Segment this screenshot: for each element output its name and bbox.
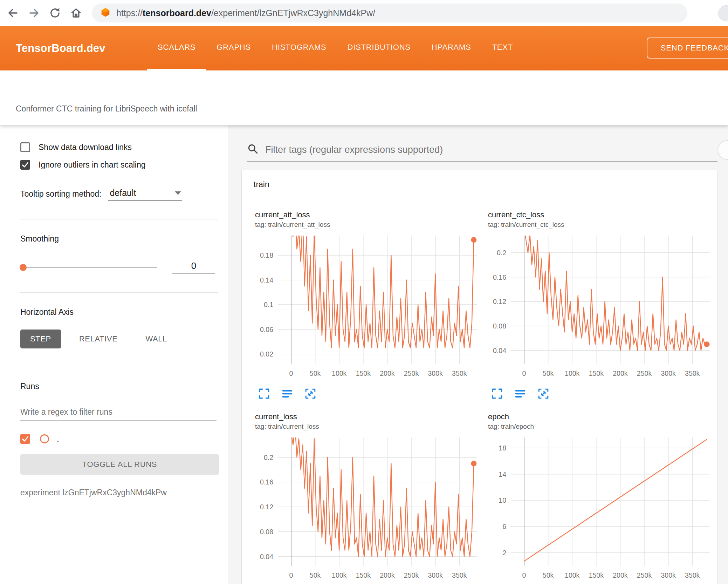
forward-icon[interactable] [26,5,42,21]
chart-current-loss: current_loss tag: train/current_loss 050… [250,412,483,584]
run-name: . [57,434,59,444]
smoothing-value-field[interactable]: 0 [172,260,215,274]
tab-histograms[interactable]: HISTOGRAMS [261,26,337,70]
site-favicon-icon [100,7,111,19]
tab-distributions[interactable]: DISTRIBUTIONS [337,26,421,70]
chart-title: current_loss [250,412,483,421]
run-color-swatch [40,434,49,443]
reload-icon[interactable] [47,5,63,21]
horizontal-axis-buttons: STEP RELATIVE WALL [20,330,218,348]
send-feedback-button[interactable]: SEND FEEDBACK [647,38,728,59]
nav-tabs: SCALARS GRAPHS HISTOGRAMS DISTRIBUTIONS … [147,26,523,70]
chart-tag: tag: train/current_loss [250,423,483,430]
checkbox-unchecked[interactable] [20,142,30,152]
svg-text:0.2: 0.2 [497,249,506,257]
runs-filter-input[interactable] [20,405,217,421]
chart-plot[interactable]: 050k100k150k200k250k300k350k18141062 [483,433,714,584]
svg-text:200k: 200k [380,369,395,377]
svg-text:300k: 300k [428,571,443,579]
divider [20,219,218,219]
chart-plot[interactable]: 050k100k150k200k250k300k350k0.20.160.120… [483,231,714,382]
chart-current-att-loss: current_att_loss tag: train/current_att_… [250,210,483,402]
log-scale-icon[interactable] [514,387,527,400]
svg-text:300k: 300k [428,369,443,377]
home-icon[interactable] [68,5,84,21]
chart-title: epoch [483,412,716,421]
section-header-train[interactable]: train [242,170,717,199]
svg-text:0: 0 [289,369,293,377]
svg-text:0.04: 0.04 [260,553,273,561]
svg-text:10: 10 [499,496,506,504]
axis-step-button[interactable]: STEP [20,330,61,348]
url-host: tensorboard.dev [143,8,211,18]
app-header: TensorBoard.dev SCALARS GRAPHS HISTOGRAM… [0,26,728,70]
svg-text:50k: 50k [543,369,554,377]
fit-domain-icon[interactable] [304,387,317,400]
svg-text:350k: 350k [452,369,467,377]
divider [20,292,218,293]
chart-title: current_att_loss [250,210,483,219]
ignore-outliers-checkbox[interactable]: Ignore outliers in chart scaling [20,160,218,170]
svg-text:100k: 100k [332,369,347,377]
checkbox-label: Ignore outliers in chart scaling [39,160,146,170]
tab-scalars[interactable]: SCALARS [147,26,206,70]
checkbox-checked[interactable] [20,160,30,170]
runs-label: Runs [20,382,218,391]
svg-text:200k: 200k [613,369,628,377]
chart-toolbar [258,386,483,402]
fullscreen-icon[interactable] [491,387,503,400]
run-checkbox[interactable] [20,434,30,444]
chart-epoch: epoch tag: train/epoch 050k100k150k200k2… [483,412,716,584]
svg-text:350k: 350k [685,571,700,579]
dropdown-value: default [110,188,136,198]
svg-text:0.16: 0.16 [260,478,273,486]
log-scale-icon[interactable] [281,387,294,400]
chart-plot[interactable]: 050k100k150k200k250k300k350k0.20.160.120… [250,433,481,584]
svg-text:250k: 250k [637,571,652,579]
check-icon [21,435,29,443]
axis-wall-button[interactable]: WALL [136,330,177,348]
show-download-links-checkbox[interactable]: Show data download links [20,142,218,152]
svg-text:0.08: 0.08 [260,528,273,536]
charts-grid: current_att_loss tag: train/current_att_… [242,199,717,584]
tag-filter-input[interactable] [265,144,717,155]
svg-text:0.14: 0.14 [260,276,273,284]
back-icon[interactable] [5,5,21,21]
axis-relative-button[interactable]: RELATIVE [69,330,128,348]
address-bar[interactable]: https://tensorboard.dev/experiment/lzGnE… [92,4,687,22]
tab-text[interactable]: TEXT [482,26,523,70]
svg-text:6: 6 [502,523,506,530]
slider-thumb[interactable] [20,264,27,271]
browser-toolbar: https://tensorboard.dev/experiment/lzGnE… [0,0,728,26]
run-row[interactable]: . [20,434,218,444]
smoothing-slider[interactable] [20,264,157,271]
svg-text:2: 2 [502,549,506,557]
svg-text:100k: 100k [565,571,580,579]
svg-text:150k: 150k [589,571,604,579]
svg-text:100k: 100k [565,369,580,377]
chart-plot[interactable]: 050k100k150k200k250k300k350k0.180.140.10… [250,231,481,382]
toggle-all-runs-button[interactable]: TOGGLE ALL RUNS [20,454,219,475]
svg-text:0.2: 0.2 [264,454,273,461]
tag-filter-field[interactable] [247,143,717,162]
chart-tag: tag: train/current_att_loss [250,221,483,229]
tooltip-sorting-dropdown[interactable]: default [108,188,182,201]
divider [20,367,218,367]
svg-text:150k: 150k [589,369,604,377]
tab-graphs[interactable]: GRAPHS [206,26,261,70]
fit-domain-icon[interactable] [537,387,550,400]
svg-text:200k: 200k [380,571,395,579]
svg-text:300k: 300k [661,571,676,579]
svg-text:50k: 50k [310,369,321,377]
horizontal-axis-label: Horizontal Axis [20,307,218,317]
browser-avatar[interactable] [718,5,728,21]
svg-text:0.08: 0.08 [493,322,506,330]
slider-track[interactable] [20,267,157,268]
check-icon [21,161,29,169]
svg-text:0.18: 0.18 [260,251,273,259]
settings-sidebar: Show data download links Ignore outliers… [0,125,228,584]
help-button-partial[interactable] [717,140,728,160]
fullscreen-icon[interactable] [258,387,270,400]
tab-hparams[interactable]: HPARAMS [421,26,482,70]
url-path: /experiment/lzGnETjwRxC3yghNMd4kPw/ [211,8,375,18]
